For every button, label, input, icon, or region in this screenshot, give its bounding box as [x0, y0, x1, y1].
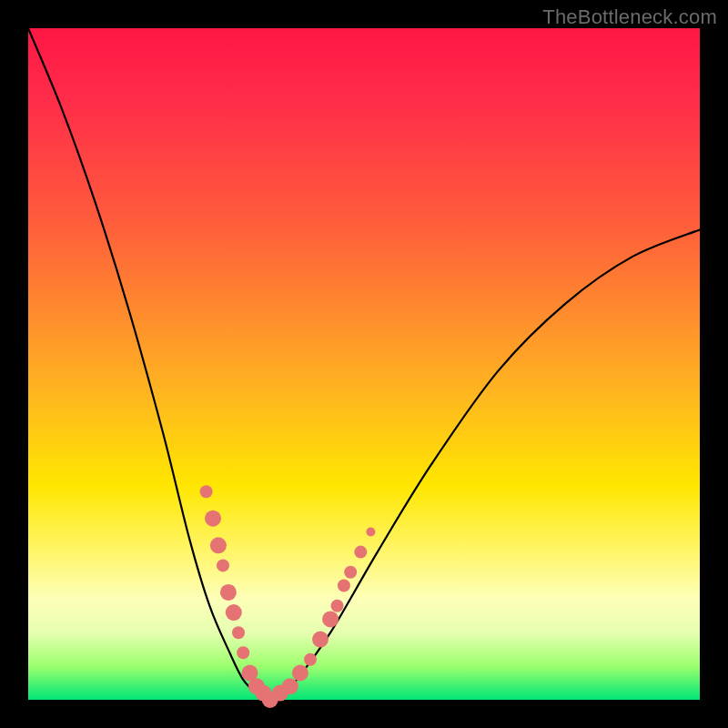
highlight-marker — [344, 566, 357, 579]
curve-svg — [28, 28, 700, 700]
highlight-marker — [200, 485, 213, 498]
highlight-marker — [226, 604, 242, 621]
highlight-marker — [354, 546, 367, 559]
highlight-marker — [338, 580, 350, 592]
highlight-marker — [304, 653, 317, 666]
highlight-marker — [205, 511, 221, 527]
highlight-marker — [331, 600, 344, 612]
highlight-marker — [232, 626, 245, 639]
highlight-marker — [237, 646, 249, 659]
highlight-marker — [210, 537, 227, 553]
chart-frame: TheBottleneck.com — [0, 0, 728, 728]
marker-group — [200, 485, 376, 708]
highlight-marker — [220, 584, 237, 601]
highlight-marker — [312, 632, 329, 648]
highlight-marker — [217, 559, 229, 571]
highlight-marker — [366, 528, 375, 537]
highlight-marker — [282, 678, 298, 694]
highlight-marker — [292, 665, 308, 682]
bottleneck-curve — [28, 28, 700, 700]
highlight-marker — [322, 611, 339, 627]
plot-area — [28, 28, 700, 700]
watermark-text: TheBottleneck.com — [542, 5, 717, 29]
